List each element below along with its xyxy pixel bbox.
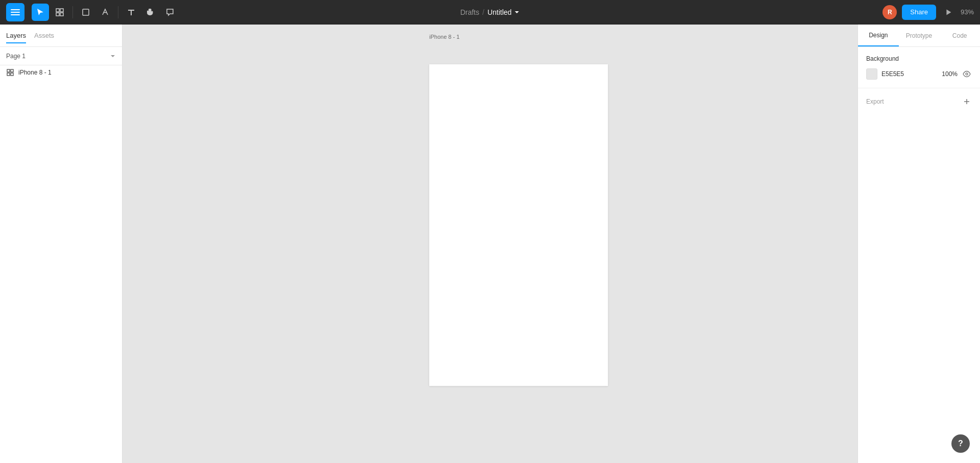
background-visibility-toggle[interactable] bbox=[962, 69, 972, 79]
svg-rect-9 bbox=[7, 69, 10, 72]
right-panel-tabs: Design Prototype Code bbox=[858, 25, 980, 47]
toolbar: Drafts / Untitled R Share 93% bbox=[0, 0, 980, 25]
svg-rect-1 bbox=[11, 12, 20, 13]
svg-marker-8 bbox=[946, 9, 951, 15]
background-row: E5E5E5 100% bbox=[866, 68, 972, 80]
export-add-button[interactable] bbox=[962, 96, 972, 107]
present-button[interactable] bbox=[941, 5, 955, 19]
background-color-swatch[interactable] bbox=[866, 68, 877, 80]
svg-rect-3 bbox=[56, 9, 59, 12]
tool-group-select bbox=[32, 4, 49, 21]
drafts-label[interactable]: Drafts bbox=[460, 8, 479, 16]
iphone-frame[interactable] bbox=[429, 64, 608, 386]
avatar: R bbox=[883, 5, 897, 19]
background-section: Background E5E5E5 100% bbox=[858, 47, 980, 88]
svg-rect-7 bbox=[83, 9, 89, 15]
toolbar-right: R Share 93% bbox=[883, 5, 974, 20]
frame-label: iPhone 8 - 1 bbox=[429, 34, 459, 40]
page-selector[interactable]: Page 1 bbox=[0, 47, 122, 65]
comment-tool-button[interactable] bbox=[161, 4, 179, 21]
frame-icon bbox=[6, 68, 14, 77]
main-area: Layers Assets Page 1 iPhone 8 - 1 bbox=[0, 25, 980, 463]
hand-tool-button[interactable] bbox=[142, 4, 159, 21]
title-dropdown-icon bbox=[513, 9, 520, 15]
tab-design[interactable]: Design bbox=[858, 25, 899, 46]
background-color-hex[interactable]: E5E5E5 bbox=[881, 70, 938, 78]
background-opacity[interactable]: 100% bbox=[942, 70, 958, 78]
text-tool-button[interactable] bbox=[122, 4, 140, 21]
select-tool-button[interactable] bbox=[32, 4, 49, 21]
frame-tool-button[interactable] bbox=[51, 4, 68, 21]
background-title: Background bbox=[866, 55, 972, 62]
svg-rect-11 bbox=[7, 73, 10, 76]
svg-rect-5 bbox=[56, 13, 59, 16]
svg-rect-4 bbox=[60, 9, 63, 12]
left-panel: Layers Assets Page 1 iPhone 8 - 1 bbox=[0, 25, 122, 463]
tab-assets[interactable]: Assets bbox=[34, 30, 54, 41]
export-row: Export bbox=[866, 96, 972, 107]
tab-code[interactable]: Code bbox=[939, 25, 980, 46]
breadcrumb: Drafts / Untitled bbox=[460, 8, 520, 16]
toolbar-left bbox=[6, 3, 179, 21]
right-panel: Design Prototype Code Background E5E5E5 … bbox=[857, 25, 980, 463]
svg-rect-12 bbox=[11, 73, 13, 76]
tab-prototype[interactable]: Prototype bbox=[899, 25, 940, 46]
export-label: Export bbox=[866, 98, 884, 105]
tab-layers[interactable]: Layers bbox=[6, 30, 26, 41]
menu-button[interactable] bbox=[6, 3, 24, 21]
canvas[interactable]: iPhone 8 - 1 bbox=[122, 25, 857, 463]
help-button[interactable]: ? bbox=[951, 434, 970, 453]
breadcrumb-separator: / bbox=[482, 8, 484, 16]
share-button[interactable]: Share bbox=[902, 5, 936, 20]
svg-rect-6 bbox=[60, 13, 63, 16]
svg-rect-2 bbox=[11, 14, 20, 15]
tool-divider-2 bbox=[118, 6, 118, 18]
svg-point-13 bbox=[966, 73, 968, 75]
pen-tool-button[interactable] bbox=[96, 4, 114, 21]
page-dropdown-icon bbox=[110, 53, 116, 59]
export-section: Export bbox=[858, 88, 980, 115]
svg-rect-0 bbox=[11, 9, 20, 10]
shape-tool-button[interactable] bbox=[77, 4, 94, 21]
project-title[interactable]: Untitled bbox=[487, 8, 520, 16]
left-panel-tabs: Layers Assets bbox=[0, 25, 122, 47]
zoom-level[interactable]: 93% bbox=[961, 8, 974, 16]
layer-item-iphone[interactable]: iPhone 8 - 1 bbox=[0, 65, 122, 80]
svg-rect-10 bbox=[11, 69, 13, 72]
tool-divider-1 bbox=[72, 6, 73, 18]
